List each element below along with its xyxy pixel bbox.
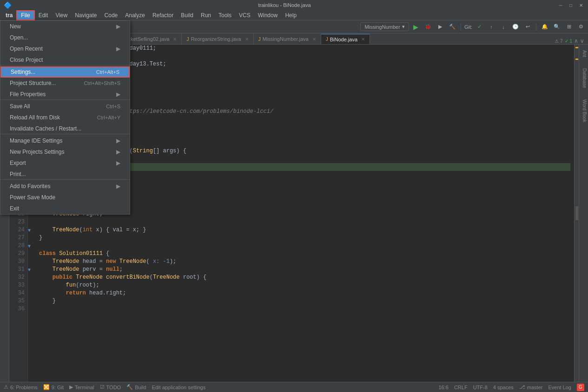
menu-tools[interactable]: Tools (215, 10, 235, 20)
menu-build[interactable]: Build (177, 10, 197, 20)
debug-button[interactable]: 🐞 (423, 22, 433, 32)
info-badge[interactable]: ✓ 1 (565, 39, 572, 44)
git-pull[interactable]: ↓ (498, 22, 509, 32)
menu-item-reload[interactable]: Reload All from Disk Ctrl+Alt+Y (0, 112, 130, 123)
tab-nav-down[interactable]: ∨ (580, 38, 584, 44)
sidebar-item-ant[interactable]: Ant (579, 45, 588, 63)
terminal-panel[interactable]: ▶ Terminal (69, 384, 94, 390)
git-check[interactable]: ✓ (474, 22, 484, 32)
menu-navigate[interactable]: Navigate (71, 10, 100, 20)
status-bar: ⚠ 6: Problems 🔀 9: Git ▶ Terminal ☑ TODO… (0, 382, 588, 392)
notifications-button[interactable]: 🔔 (540, 22, 550, 32)
menu-item-export[interactable]: Export ▶ (0, 157, 130, 169)
build-icon: 🔨 (126, 384, 133, 390)
maximize-editor-button[interactable]: ⊞ (564, 22, 574, 32)
title-bar: 🔷 trainlikou - BiNode.java ─ □ ✕ (0, 0, 588, 10)
status-right: 16:6 CRLF UTF-8 4 spaces ⎇ master Event … (438, 384, 584, 391)
notification-badge[interactable]: G (577, 384, 584, 391)
submenu-arrow-recent: ▶ (116, 46, 120, 52)
vertical-scrollbar[interactable] (574, 45, 579, 382)
menu-help[interactable]: Help (281, 10, 300, 20)
menu-item-new[interactable]: New ▶ (0, 21, 130, 32)
window-title: trainlikou - BiNode.java (12, 2, 557, 8)
scroll-thumb[interactable] (575, 206, 578, 220)
submenu-arrow-newproj: ▶ (116, 149, 120, 155)
submenu-arrow-export: ▶ (116, 160, 120, 166)
menu-item-manage-ide[interactable]: Manage IDE Settings ▶ (0, 135, 130, 146)
warning-icon: ⚠ (4, 384, 8, 390)
menu-item-settings[interactable]: Settings... Ctrl+Alt+S (0, 66, 130, 78)
git-revert[interactable]: ↩ (522, 22, 533, 32)
menu-item-new-projects[interactable]: New Projects Settings ▶ (0, 146, 130, 157)
menu-file[interactable]: File (16, 10, 34, 20)
tab-reorganize[interactable]: J ReorganizeString.java ✕ (182, 34, 253, 44)
warning-badge[interactable]: ⚠ 7 (555, 39, 562, 44)
toolbar-sep (461, 23, 461, 31)
menu-item-power-save[interactable]: Power Save Mode (0, 192, 130, 203)
menu-item-open-recent[interactable]: Open Recent ▶ (0, 43, 130, 54)
submenu-arrow-props: ▶ (116, 91, 120, 98)
run-button[interactable]: ▶ (411, 22, 421, 32)
menu-item-close-project[interactable]: Close Project (0, 54, 130, 65)
run-config[interactable]: MissingNumber ▾ (360, 22, 409, 31)
file-dropdown: New ▶ Open... Open Recent ▶ Close Projec… (0, 20, 130, 215)
git-label: Git: (464, 24, 472, 30)
build-panel[interactable]: 🔨 Build (126, 384, 146, 390)
encoding[interactable]: UTF-8 (473, 385, 488, 390)
menu-item-file-properties[interactable]: File Properties ▶ (0, 89, 130, 100)
sidebar-item-database[interactable]: Database (579, 63, 588, 94)
menu-vcs[interactable]: VCS (235, 10, 254, 20)
cursor-position[interactable]: 16:6 (438, 385, 448, 390)
close-tab-missingnumber[interactable]: ✕ (312, 37, 316, 42)
menu-run[interactable]: Run (197, 10, 215, 20)
menu-item-open[interactable]: Open... (0, 32, 130, 43)
line-ending[interactable]: CRLF (454, 385, 468, 390)
git-push[interactable]: ↑ (486, 22, 496, 32)
build-button[interactable]: 🔨 (447, 22, 457, 32)
menu-edit[interactable]: Edit (35, 10, 52, 20)
tab-binode[interactable]: J BiNode.java ✕ (321, 34, 370, 44)
toolbar-sep2 (536, 23, 536, 31)
git-branch[interactable]: ⎇ master (519, 384, 543, 390)
tab-missingnumber[interactable]: J MissingNumber.java ✕ (254, 34, 321, 44)
menu-refactor[interactable]: Refactor (149, 10, 177, 20)
git-icon: 🔀 (43, 384, 50, 390)
fold-icon-32[interactable]: ▼ (28, 266, 35, 274)
menu-bar: tra File Edit View Navigate Code Analyze… (0, 10, 588, 20)
indent[interactable]: 4 spaces (493, 385, 514, 390)
submenu-arrow-fav: ▶ (116, 183, 120, 189)
menu-item-project-structure[interactable]: Project Structure... Ctrl+Alt+Shift+S (0, 78, 130, 89)
menu-item-favorites[interactable]: Add to Favorites ▶ (0, 181, 130, 192)
event-log[interactable]: Event Log (548, 385, 571, 390)
menu-app[interactable]: tra (2, 10, 16, 20)
menu-item-exit[interactable]: Exit (0, 203, 130, 214)
menu-analyze[interactable]: Analyze (121, 10, 149, 20)
minimize-button[interactable]: ─ (557, 2, 564, 8)
tab-nav-up[interactable]: ∧ (574, 38, 578, 44)
close-tab-binode[interactable]: ✕ (361, 37, 365, 42)
dropdown-menu: New ▶ Open... Open Recent ▶ Close Projec… (0, 20, 130, 215)
problems-panel[interactable]: ⚠ 6: Problems (4, 384, 38, 390)
menu-item-save-all[interactable]: Save All Ctrl+S (0, 101, 130, 112)
close-tab-multithreaded[interactable]: ✕ (173, 37, 177, 42)
todo-panel[interactable]: ☑ TODO (100, 384, 121, 390)
close-button[interactable]: ✕ (578, 2, 584, 8)
todo-icon: ☑ (100, 384, 105, 390)
sidebar-item-wordbook[interactable]: Word Book (579, 94, 588, 128)
close-tab-reorganize[interactable]: ✕ (245, 37, 249, 42)
menu-window[interactable]: Window (254, 10, 282, 20)
menu-code[interactable]: Code (101, 10, 122, 20)
git-panel[interactable]: 🔀 9: Git (43, 384, 64, 390)
menu-view[interactable]: View (52, 10, 71, 20)
settings-gear-button[interactable]: ⚙ (576, 22, 586, 32)
maximize-button[interactable]: □ (568, 2, 574, 8)
fold-icon-29[interactable]: ▼ (28, 242, 35, 250)
submenu-arrow-ide: ▶ (116, 137, 120, 144)
menu-item-print[interactable]: Print... (0, 169, 130, 180)
git-history[interactable]: 🕒 (510, 22, 521, 32)
menu-item-invalidate[interactable]: Invalidate Caches / Restart... (0, 123, 130, 134)
search-button[interactable]: 🔍 (552, 22, 562, 32)
right-panel-tabs: Ant Database Word Book (579, 45, 588, 382)
coverage-button[interactable]: ▶ (435, 22, 445, 32)
warning-mark-2 (575, 59, 578, 60)
